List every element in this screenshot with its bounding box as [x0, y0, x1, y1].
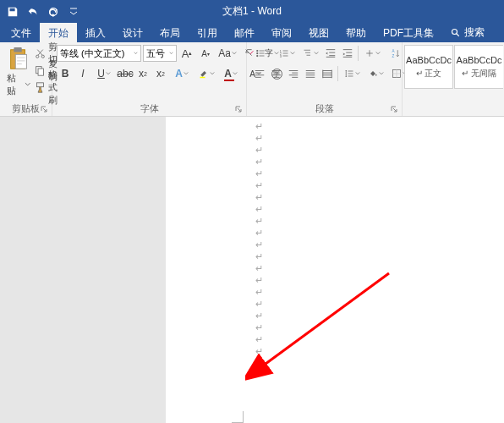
tab-home[interactable]: 开始	[40, 23, 77, 42]
superscript-button[interactable]: x2	[152, 65, 169, 82]
decrease-indent-button[interactable]	[322, 45, 339, 62]
paste-label: 粘贴	[7, 72, 25, 97]
tab-layout[interactable]: 布局	[151, 23, 189, 42]
sort-icon: AZ	[391, 48, 401, 58]
increase-indent-button[interactable]	[339, 45, 356, 62]
svg-rect-8	[38, 69, 44, 75]
paste-icon	[7, 47, 30, 72]
ribbon-tabs: 文件 开始 插入 设计 布局 引用 邮件 审阅 视图 帮助 PDF工具集 搜索	[0, 23, 504, 42]
paragraph-mark: ↵	[255, 121, 263, 132]
strikethrough-button[interactable]: abc	[117, 65, 134, 82]
justify-button[interactable]	[302, 65, 319, 82]
svg-rect-4	[15, 54, 26, 69]
clipboard-launcher[interactable]	[40, 105, 50, 115]
document-page[interactable]: ↵ ↵ ↵ ↵ ↵ ↵ ↵ ↵ ↵ ↵ ↵ ↵ ↵ ↵ ↵ ↵ ↵ ↵ ↵ ↵ …	[166, 117, 504, 423]
tab-references[interactable]: 引用	[189, 23, 226, 42]
svg-point-13	[256, 55, 258, 57]
chevron-down-icon	[266, 51, 271, 56]
save-button[interactable]	[3, 2, 23, 22]
redo-button[interactable]	[43, 2, 63, 22]
paragraph-mark: ↵	[255, 310, 263, 321]
bullets-button[interactable]	[251, 45, 275, 62]
font-color-button[interactable]: A	[219, 65, 243, 82]
paragraph-mark: ↵	[255, 228, 263, 239]
chevron-down-icon	[290, 51, 295, 56]
svg-point-6	[41, 55, 44, 58]
shrink-font-button[interactable]: A▾	[197, 45, 214, 62]
chevron-down-icon	[379, 71, 384, 76]
font-size-value: 五号	[146, 47, 165, 60]
indent-icon	[342, 47, 353, 59]
tab-pdf-tools[interactable]: PDF工具集	[375, 23, 442, 42]
tab-search[interactable]: 搜索	[442, 23, 493, 42]
paragraph-mark: ↵	[255, 145, 263, 156]
chevron-down-icon	[375, 51, 381, 56]
grow-font-button[interactable]: A▴	[178, 45, 195, 62]
paragraph-mark: ↵	[249, 364, 256, 375]
tab-view[interactable]: 视图	[300, 23, 337, 42]
highlight-button[interactable]	[194, 65, 218, 82]
multilevel-icon	[303, 48, 313, 58]
paragraph-launcher[interactable]	[390, 105, 400, 115]
tab-help[interactable]: 帮助	[337, 23, 375, 42]
paragraph-mark: ↵	[255, 263, 263, 274]
align-center-button[interactable]	[268, 65, 285, 82]
paragraph-mark: ↵	[255, 251, 263, 262]
clipboard-group: 粘贴 剪切 复制 格式刷 剪贴板	[0, 42, 52, 116]
align-right-button[interactable]	[285, 65, 302, 82]
tab-design[interactable]: 设计	[114, 23, 151, 42]
text-effects-button[interactable]: A	[170, 65, 194, 82]
bullets-icon	[255, 48, 266, 58]
paste-button[interactable]: 粘贴	[7, 72, 30, 97]
font-launcher[interactable]	[234, 105, 244, 115]
qat-customize-button[interactable]	[63, 2, 84, 22]
svg-text:Z: Z	[392, 54, 395, 58]
align-left-button[interactable]	[251, 65, 268, 82]
line-spacing-button[interactable]	[340, 65, 364, 82]
italic-button[interactable]: I	[74, 65, 91, 82]
change-case-button[interactable]: Aa	[216, 45, 239, 62]
styles-group: AaBbCcDc ↵ 正文 AaBbCcDc ↵ 无间隔	[403, 42, 504, 116]
shading-button[interactable]	[364, 65, 387, 82]
font-name-value: 等线 (中文正文)	[60, 47, 124, 60]
divider	[337, 66, 338, 81]
svg-point-12	[256, 52, 258, 54]
distributed-button[interactable]	[319, 65, 336, 82]
numbering-button[interactable]: 123	[275, 45, 299, 62]
quick-access-toolbar	[0, 2, 84, 22]
svg-rect-10	[200, 77, 205, 79]
tab-mailings[interactable]: 邮件	[226, 23, 263, 42]
chevron-down-icon	[210, 71, 215, 76]
undo-button[interactable]	[23, 2, 43, 22]
font-name-combo[interactable]: 等线 (中文正文)	[57, 45, 141, 62]
page-corner-mark	[232, 411, 244, 423]
svg-text:1: 1	[279, 50, 281, 53]
borders-icon	[392, 69, 402, 79]
underline-button[interactable]: U	[92, 65, 116, 82]
font-size-combo[interactable]: 五号	[143, 45, 177, 62]
paragraph-mark: ↵	[255, 157, 263, 168]
style-preview-text: AaBbCcDc	[457, 55, 502, 65]
font-group-label: 字体	[57, 102, 242, 114]
chevron-down-icon	[184, 71, 189, 76]
brush-icon	[35, 82, 46, 93]
subscript-button[interactable]: x2	[134, 65, 151, 82]
style-no-spacing[interactable]: AaBbCcDc ↵ 无间隔	[454, 45, 503, 89]
align-center-icon	[271, 68, 282, 80]
line-spacing-icon	[344, 69, 354, 79]
tab-insert[interactable]: 插入	[77, 23, 114, 42]
asian-layout-button[interactable]	[360, 45, 384, 62]
bold-button[interactable]: B	[57, 65, 74, 82]
multilevel-list-button[interactable]	[299, 45, 322, 62]
style-normal[interactable]: AaBbCcDc ↵ 正文	[404, 45, 453, 89]
navigation-pane	[0, 117, 166, 423]
search-icon	[451, 28, 461, 38]
tab-review[interactable]: 审阅	[263, 23, 300, 42]
paragraph-mark: ↵	[255, 299, 263, 310]
svg-point-1	[452, 29, 457, 34]
align-left-icon	[254, 68, 266, 80]
outdent-icon	[325, 47, 337, 59]
search-label: 搜索	[464, 25, 485, 40]
tab-file[interactable]: 文件	[3, 23, 40, 42]
justify-icon	[304, 68, 316, 80]
